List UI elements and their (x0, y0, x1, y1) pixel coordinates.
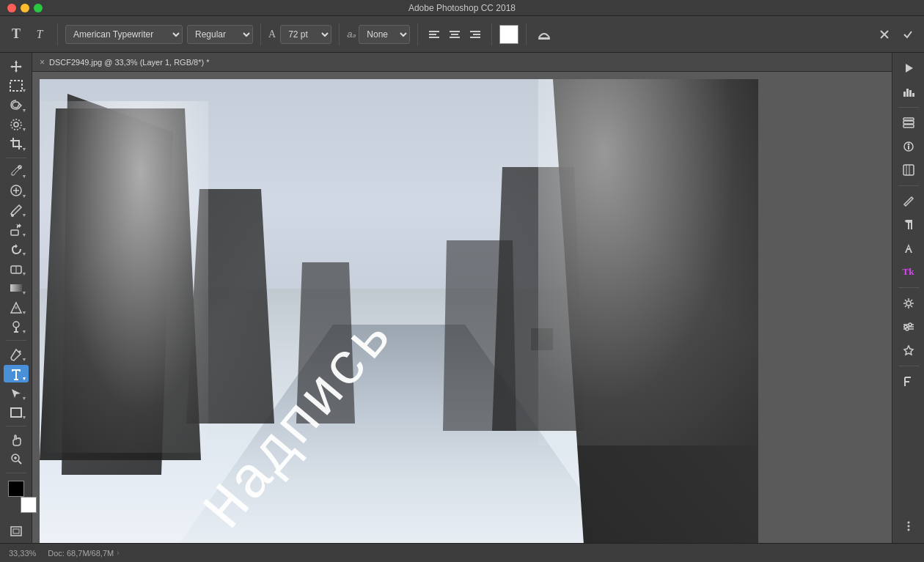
svg-rect-7 (473, 34, 480, 35)
status-arrow[interactable]: › (117, 549, 119, 557)
tool-history-brush[interactable]: ▼ (4, 240, 29, 259)
right-divider-1 (898, 107, 919, 108)
tool-type[interactable]: ▼ (4, 365, 29, 383)
font-style-select[interactable]: Regular (187, 25, 253, 44)
svg-rect-40 (903, 125, 914, 127)
svg-point-64 (906, 328, 909, 330)
svg-rect-2 (429, 37, 439, 38)
panel-histogram[interactable] (896, 81, 921, 103)
font-style-group: Regular (187, 25, 253, 44)
traffic-lights[interactable] (7, 4, 43, 12)
font-family-select[interactable]: American Typewriter (65, 25, 183, 44)
tool-move[interactable] (4, 57, 29, 75)
tool-zoom[interactable] (4, 451, 29, 469)
svg-rect-20 (11, 230, 18, 235)
svg-rect-0 (429, 31, 439, 32)
photoshop-canvas[interactable]: Надпись (40, 79, 758, 543)
tool-shape[interactable]: ▼ (4, 404, 29, 422)
canvas-wrapper: Надпись (32, 72, 892, 543)
tool-gradient[interactable]: ▼ (4, 279, 29, 297)
align-center-button[interactable] (446, 26, 463, 43)
panel-extra[interactable] (896, 515, 921, 537)
svg-line-57 (905, 306, 906, 307)
panel-adjustments[interactable] (896, 316, 921, 338)
commit-type-button[interactable] (898, 24, 918, 45)
tool-brush[interactable]: ▼ (4, 201, 29, 220)
tree-left-2 (62, 94, 179, 475)
close-button[interactable] (7, 4, 16, 12)
panel-styles[interactable] (896, 339, 921, 361)
background-color[interactable] (21, 497, 37, 513)
doc-size: Doc: 68,7M/68,7M › (48, 549, 119, 558)
cancel-type-button[interactable] (874, 24, 895, 45)
building-far (531, 328, 553, 350)
tool-lasso[interactable]: ▼ (4, 96, 29, 114)
type-transform-button[interactable]: T (29, 24, 50, 45)
align-left-button[interactable] (425, 26, 443, 43)
maximize-button[interactable] (34, 4, 43, 12)
tool-hand[interactable] (4, 431, 29, 449)
left-divider-2 (6, 340, 26, 341)
panel-properties[interactable] (896, 136, 921, 158)
align-right-button[interactable] (466, 26, 484, 43)
panel-play[interactable] (896, 57, 921, 79)
svg-point-49 (906, 301, 911, 306)
font-tool-group: T T (6, 24, 50, 45)
tool-marquee[interactable]: ▼ (4, 77, 29, 95)
panel-character[interactable] (896, 237, 921, 259)
svg-point-25 (13, 322, 19, 328)
divider-6 (526, 23, 527, 45)
panel-paragraph[interactable] (896, 214, 921, 236)
svg-point-71 (907, 525, 909, 528)
svg-rect-46 (903, 165, 914, 175)
tool-pen[interactable]: ▼ (4, 345, 29, 363)
svg-line-30 (18, 461, 21, 464)
type-tool-button[interactable]: T (6, 24, 26, 45)
tool-screen-mode[interactable] (4, 522, 29, 541)
panel-layers[interactable] (896, 112, 921, 134)
tool-eraser[interactable]: ▼ (4, 259, 29, 278)
commit-cancel-group (874, 24, 918, 45)
svg-point-19 (11, 214, 14, 217)
tool-clone-stamp[interactable]: ▼ (4, 221, 29, 239)
left-divider-1 (6, 158, 26, 158)
panel-channels[interactable] (896, 159, 921, 181)
font-family-group: American Typewriter (65, 25, 183, 44)
svg-rect-23 (10, 284, 22, 292)
panel-lens-flare[interactable] (896, 292, 921, 314)
svg-line-54 (905, 300, 906, 301)
tool-eyedropper[interactable]: ▼ (4, 163, 29, 181)
warp-text-button[interactable] (534, 24, 554, 45)
tool-blur[interactable]: ▼ (4, 298, 29, 317)
foreground-color[interactable] (8, 481, 24, 497)
tool-dodge[interactable]: ▼ (4, 318, 29, 336)
text-color-swatch[interactable] (499, 25, 518, 44)
minimize-button[interactable] (21, 4, 29, 12)
divider-5 (491, 23, 492, 45)
svg-rect-34 (13, 529, 19, 533)
tool-crop[interactable]: ▼ (4, 135, 29, 153)
tool-path-select[interactable]: ▼ (4, 384, 29, 402)
panel-glyphs[interactable]: Tk (896, 261, 921, 283)
tree-mid-left (186, 189, 274, 424)
anti-alias-select[interactable]: None (359, 25, 410, 44)
tree-far-left (296, 262, 355, 424)
divider-3 (339, 23, 340, 45)
divider-4 (417, 23, 418, 45)
panel-brush-settings[interactable] (896, 191, 921, 212)
svg-line-55 (911, 306, 912, 307)
divider-2 (260, 23, 261, 45)
panel-stroke[interactable] (896, 371, 921, 393)
svg-rect-6 (470, 31, 480, 32)
tool-healing[interactable]: ▼ (4, 182, 29, 200)
svg-point-14 (14, 122, 18, 127)
app-title: Adobe Photoshop CC 2018 (408, 3, 516, 13)
color-tools[interactable] (1, 481, 31, 507)
font-size-select[interactable]: 72 pt (280, 25, 331, 44)
tool-quick-select[interactable]: ▼ (4, 116, 29, 134)
svg-point-61 (909, 323, 912, 326)
document-tab-label: DSCF2949.jpg @ 33,3% (Layer 1, RGB/8*) * (49, 58, 209, 67)
canvas-area: × DSCF2949.jpg @ 33,3% (Layer 1, RGB/8*)… (32, 53, 892, 543)
tab-close-button[interactable]: × (40, 57, 45, 67)
text-color-group (499, 25, 518, 44)
